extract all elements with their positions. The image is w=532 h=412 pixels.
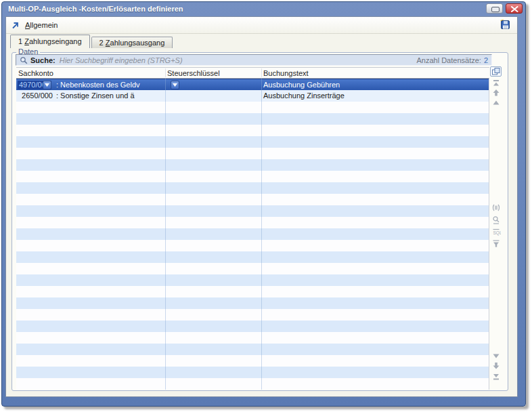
toolbar: Allgemein: [6, 17, 517, 34]
table-row[interactable]: 2650/000: Sonstige Zinsen und äAusbuchun…: [16, 90, 489, 102]
record-count-value: 2: [484, 56, 488, 64]
empty-row: [16, 263, 489, 274]
column-header-2[interactable]: Steuerschlüssel: [167, 69, 220, 77]
empty-row: [16, 309, 489, 321]
scroll-up-icon[interactable]: [491, 98, 502, 108]
arrow-north-east-icon: [11, 21, 20, 30]
daten-groupbox: Daten Suche: Hier Suchbegriff eingeben (…: [12, 52, 508, 391]
column-header-3[interactable]: Buchungstext: [263, 69, 309, 77]
scroll-up-page-icon[interactable]: [491, 88, 502, 98]
sachkonto-description: : Nebenkosten des Geldv: [56, 81, 140, 89]
table-row[interactable]: 4970/000: Nebenkosten des GeldvAusbuchun…: [16, 79, 489, 90]
record-count-label: Anzahl Datensätze:: [416, 56, 481, 64]
menu-allgemein[interactable]: Allgemein: [22, 17, 60, 33]
title-bar[interactable]: Multi-OP-Ausgleich -Kosten/Erlösarten de…: [2, 2, 525, 16]
grid-toolbar-rail: SQL: [490, 66, 503, 390]
window-title: Multi-OP-Ausgleich -Kosten/Erlösarten de…: [8, 5, 183, 13]
empty-row: [16, 297, 489, 309]
dropdown-button[interactable]: [43, 81, 51, 89]
tab-bar: 1 Zahlungseingang2 Zahlungsausgang: [10, 33, 174, 48]
window-restore-button[interactable]: [486, 3, 503, 14]
empty-row: [16, 171, 489, 182]
empty-row: [16, 182, 489, 194]
app-window: Multi-OP-Ausgleich -Kosten/Erlösarten de…: [1, 1, 526, 407]
empty-row: [16, 378, 489, 390]
window-close-button[interactable]: [506, 3, 523, 14]
empty-row: [16, 148, 489, 159]
empty-row: [16, 274, 489, 286]
column-chooser-button[interactable]: [490, 66, 502, 77]
empty-row: [16, 113, 489, 125]
scroll-to-top-icon[interactable]: [491, 79, 502, 88]
search-label: Suche:: [30, 56, 56, 64]
window-restore-icon: [491, 7, 500, 12]
close-icon: [511, 6, 518, 12]
empty-row: [16, 228, 489, 240]
header-separator: [261, 68, 262, 77]
empty-row: [16, 321, 489, 332]
empty-row: [16, 159, 489, 171]
search-bar[interactable]: Suche: Hier Suchbegriff eingeben (STRG+S…: [16, 54, 492, 66]
empty-row: [16, 217, 489, 228]
empty-row: [16, 125, 489, 136]
autofit-columns-icon[interactable]: [491, 203, 502, 213]
empty-row: [16, 194, 489, 205]
chevron-down-icon: [45, 83, 49, 87]
sql-icon[interactable]: SQL: [491, 228, 502, 237]
empty-row: [16, 344, 489, 355]
search-placeholder: Hier Suchbegriff eingeben (STRG+S): [60, 56, 183, 64]
empty-row: [16, 240, 489, 251]
chevron-down-icon: [173, 83, 177, 87]
filter-icon[interactable]: [491, 239, 502, 249]
svg-text:SQL: SQL: [493, 230, 502, 236]
save-floppy-icon: [500, 19, 511, 30]
empty-row: [16, 102, 489, 113]
empty-row: [16, 205, 489, 217]
search-icon[interactable]: [491, 215, 502, 225]
empty-row: [16, 251, 489, 263]
grid-rows: 4970/000: Nebenkosten des GeldvAusbuchun…: [16, 79, 489, 390]
scroll-down-icon[interactable]: [491, 352, 502, 361]
buchungstext-value: Ausbuchung Gebühren: [263, 81, 340, 89]
buchungstext-value: Ausbuchung Zinserträge: [263, 91, 345, 100]
grid-header: SachkontoSteuerschlüsselBuchungstext: [16, 67, 489, 79]
client-area: Allgemein 1 Zahlungseingang2 Zahlungsaus…: [5, 16, 518, 397]
sachkonto-description: : Sonstige Zinsen und ä: [56, 91, 135, 100]
dropdown-button[interactable]: [171, 81, 179, 89]
empty-row: [16, 332, 489, 344]
header-separator: [165, 68, 166, 77]
sachkonto-value: 2650/000: [18, 91, 53, 100]
scroll-down-page-icon[interactable]: [491, 361, 502, 371]
column-header-1[interactable]: Sachkonto: [18, 69, 53, 77]
empty-row: [16, 367, 489, 378]
tab-1[interactable]: 1 Zahlungseingang: [10, 35, 90, 48]
magnifier-icon: [20, 56, 28, 64]
empty-row: [16, 286, 489, 297]
save-button[interactable]: [500, 19, 512, 32]
scroll-to-bottom-icon[interactable]: [491, 372, 502, 382]
tab-2[interactable]: 2 Zahlungsausgang: [91, 37, 173, 48]
empty-row: [16, 136, 489, 148]
empty-row: [16, 355, 489, 367]
